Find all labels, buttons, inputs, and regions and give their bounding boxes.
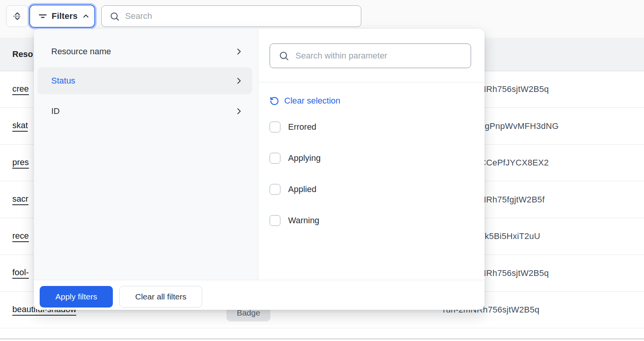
filters-popover: Resource name Status ID [34,29,485,310]
divider [258,82,485,82]
filter-option-warning[interactable]: Warning [270,214,319,227]
resource-link[interactable]: fool- [12,267,29,279]
resource-link[interactable]: pres [12,157,29,169]
filter-option-applying[interactable]: Applying [270,152,320,164]
filter-option-errored[interactable]: Errored [270,121,316,133]
clear-all-filters-button[interactable]: Clear all filters [119,286,202,308]
resource-id: 3gPnpWvMFH3dNG [480,121,559,131]
app-root: Filters Reso cree NRh756sjtW2B5q skat 3g… [0,0,644,341]
chevron-right-icon [234,106,244,116]
resource-id: NRh756sjtW2B5q [480,268,549,278]
checkbox[interactable] [270,184,280,195]
filter-lines-icon [38,11,48,21]
chevron-right-icon [234,47,244,57]
resource-id: CCePfJYCX8EX2 [480,158,549,168]
search-icon [109,11,120,22]
filter-parameter-menu [34,29,258,280]
global-search [101,5,361,27]
resource-id: gk5Bi5HxiT2uU [480,231,540,241]
menu-item-status[interactable]: Status [37,67,252,94]
resource-link[interactable]: rece [12,231,29,242]
menu-item-resource-name[interactable]: Resource name [37,38,252,65]
resource-link[interactable]: sacr [12,194,29,205]
table-bottom-border [0,338,644,339]
clear-selection-link[interactable]: Clear selection [270,94,340,107]
filters-button[interactable]: Filters [29,5,95,28]
parameter-search [270,43,471,68]
sort-order-button[interactable] [6,5,29,27]
resource-link[interactable]: skat [12,120,28,132]
resource-id: NRh75fgjtW2B5f [480,195,545,205]
menu-item-id[interactable]: ID [37,98,252,125]
resource-id: NRh756sjtW2B5q [480,84,549,94]
column-header-resource-name: Reso [12,49,33,59]
search-input[interactable] [125,11,361,21]
undo-icon [270,96,279,106]
filter-option-applied[interactable]: Applied [270,183,316,196]
checkbox[interactable] [270,153,280,164]
divider [34,280,485,280]
resource-link[interactable]: cree [12,84,29,95]
apply-filters-button[interactable]: Apply filters [40,286,113,308]
clear-selection-label: Clear selection [284,96,340,106]
chevron-up-icon [81,12,91,21]
chevron-right-icon [234,76,244,86]
filters-button-label: Filters [52,11,77,21]
parameter-search-input[interactable] [295,51,471,61]
checkbox[interactable] [270,122,280,132]
search-icon [278,50,289,61]
checkbox[interactable] [270,215,280,226]
unfold-vertical-icon [12,11,23,22]
